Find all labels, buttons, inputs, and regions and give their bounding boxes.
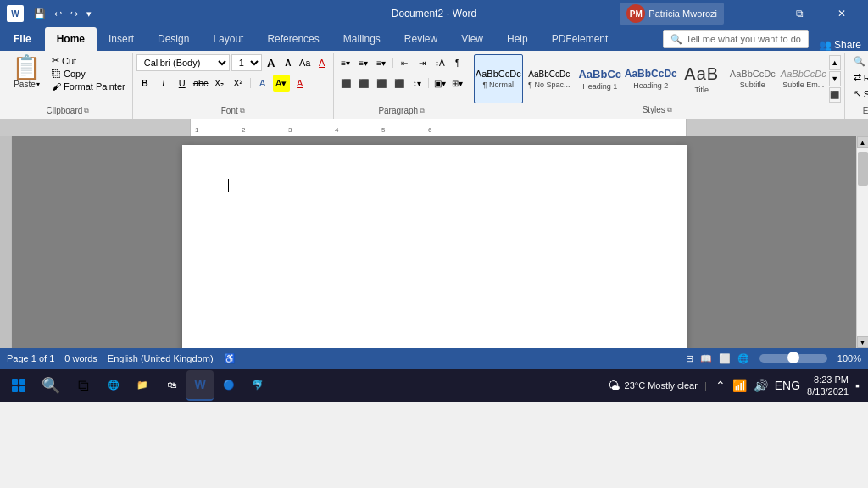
styles-expand[interactable]: ⬛ [829,87,841,103]
align-left-btn[interactable]: ⬛ [337,75,354,92]
bold-btn[interactable]: B [136,75,153,92]
tab-review[interactable]: Review [392,27,449,51]
extra-taskbar-btn[interactable]: 🐬 [244,370,271,401]
sort-btn[interactable]: ↕A [431,54,448,71]
undo-quick-btn[interactable]: ↩ [51,7,65,21]
tab-references[interactable]: References [255,27,331,51]
word-count[interactable]: 0 words [64,353,97,363]
clear-format-btn[interactable]: A [314,55,330,70]
focus-mode-btn[interactable]: ⊟ [686,353,693,364]
language-status[interactable]: English (United Kingdom) [108,353,214,363]
font-name-select[interactable]: Calibri (Body) [136,54,230,71]
paragraph-expand-btn[interactable]: ⧉ [420,107,425,115]
font-expand-btn[interactable]: ⧉ [240,107,245,115]
align-right-btn[interactable]: ⬛ [373,75,390,92]
accessibility-btn[interactable]: ♿ [224,353,236,364]
replace-btn[interactable]: ⇄ Replace [849,70,868,85]
font-size-select[interactable]: 11 [231,54,262,71]
tell-me-input[interactable]: 🔍 Tell me what you want to do [663,30,809,48]
justify-btn[interactable]: ⬛ [391,75,408,92]
style-subtle-em[interactable]: AaBbCcDc Subtle Em... [779,54,828,103]
page-container[interactable] [12,136,856,348]
numbering-btn[interactable]: ≡▾ [355,54,372,71]
copy-btn[interactable]: ⿻ Copy [48,68,129,80]
style-heading2[interactable]: AaBbCcDc Heading 2 [626,54,676,103]
word-taskbar-btn[interactable]: W [186,370,214,401]
minimize-btn[interactable]: ─ [737,0,776,27]
tab-insert[interactable]: Insert [97,27,146,51]
grow-font-btn[interactable]: A [264,55,279,70]
tab-mailings[interactable]: Mailings [331,27,392,51]
text-effects-btn[interactable]: A [254,75,271,92]
find-btn[interactable]: 🔍 Find ▾ [849,54,868,69]
scroll-up-btn[interactable]: ▲ [857,136,869,148]
zoom-slider[interactable] [760,354,827,363]
paste-btn[interactable]: 📋 Paste ▾ [7,54,47,91]
user-account-btn[interactable]: PM Patricia Mworozi [620,3,724,25]
paste-dropdown-arrow[interactable]: ▾ [36,80,40,88]
close-btn[interactable]: ✕ [822,0,861,27]
strikethrough-btn[interactable]: abc [192,75,209,92]
chrome-taskbar-btn[interactable]: 🔵 [215,370,242,401]
print-layout-btn[interactable]: ⬜ [719,353,731,364]
web-layout-btn[interactable]: 🌐 [737,353,749,364]
read-mode-btn[interactable]: 📖 [700,353,712,364]
line-spacing-btn[interactable]: ↕▾ [409,75,426,92]
zoom-thumb[interactable] [787,352,799,363]
subscript-btn[interactable]: X₂ [211,75,228,92]
network-icon[interactable]: 📶 [731,377,748,394]
show-marks-btn[interactable]: ¶ [449,54,466,71]
tray-up-arrow[interactable]: ⌃ [714,377,727,394]
show-desktop-btn[interactable]: ▪ [854,377,861,394]
underline-btn[interactable]: U [174,75,191,92]
tab-view[interactable]: View [449,27,495,51]
borders-btn[interactable]: ⊞▾ [449,75,466,92]
save-quick-btn[interactable]: 💾 [31,7,49,21]
tab-file[interactable]: File [0,27,45,51]
styles-expand-btn[interactable]: ⧉ [667,106,672,114]
zoom-level[interactable]: 100% [837,353,861,363]
volume-icon[interactable]: 🔊 [752,377,770,394]
restore-btn[interactable]: ⧉ [780,0,819,27]
page-info[interactable]: Page 1 of 1 [7,353,54,363]
font-color-btn[interactable]: A [292,75,309,92]
tab-help[interactable]: Help [495,27,540,51]
style-subtitle[interactable]: AaBbCcDc Subtitle [728,54,777,103]
italic-btn[interactable]: I [155,75,172,92]
tab-design[interactable]: Design [146,27,201,51]
styles-scroll-up[interactable]: ▲ [829,55,841,70]
styles-scroll-down[interactable]: ▼ [829,71,841,86]
style-normal[interactable]: AaBbCcDc ¶ Normal [474,54,523,103]
style-title[interactable]: AaB Title [677,54,726,103]
multilevel-btn[interactable]: ≡▾ [373,54,390,71]
vertical-scrollbar[interactable]: ▲ ▼ [856,136,868,348]
explorer-taskbar-btn[interactable]: 📁 [129,370,156,401]
tab-home[interactable]: Home [45,27,97,51]
task-view-btn[interactable]: ⧉ [68,370,98,401]
superscript-btn[interactable]: X² [230,75,247,92]
style-heading1[interactable]: AaBbCc Heading 1 [576,54,625,103]
store-taskbar-btn[interactable]: 🛍 [158,370,185,401]
clipboard-expand-btn[interactable]: ⧉ [84,107,89,115]
shrink-font-btn[interactable]: A [281,55,296,70]
edge-taskbar-btn[interactable]: 🌐 [100,370,127,401]
clock[interactable]: 8:23 PM 8/13/2021 [807,374,849,398]
tab-pdfelement[interactable]: PDFelement [540,27,620,51]
increase-indent-btn[interactable]: ⇥ [414,54,431,71]
format-painter-btn[interactable]: 🖌 Format Painter [48,80,129,92]
decrease-indent-btn[interactable]: ⇤ [396,54,413,71]
scroll-thumb[interactable] [858,152,868,186]
style-no-spacing[interactable]: AaBbCcDc ¶ No Spac... [525,54,574,103]
lang-icon[interactable]: ENG [773,377,802,394]
align-center-btn[interactable]: ⬛ [355,75,372,92]
bullets-btn[interactable]: ≡▾ [337,54,354,71]
change-case-btn[interactable]: Aa [298,55,313,70]
shading-btn[interactable]: ▣▾ [431,75,448,92]
share-btn[interactable]: 👥 Share [812,39,868,51]
search-taskbar-btn[interactable]: 🔍 [36,370,66,401]
cut-btn[interactable]: ✂ Cut [48,54,129,67]
highlight-btn[interactable]: A▾ [273,75,290,92]
scroll-down-btn[interactable]: ▼ [857,336,869,348]
customize-quick-btn[interactable]: ▾ [83,7,95,21]
start-btn[interactable] [3,370,34,401]
